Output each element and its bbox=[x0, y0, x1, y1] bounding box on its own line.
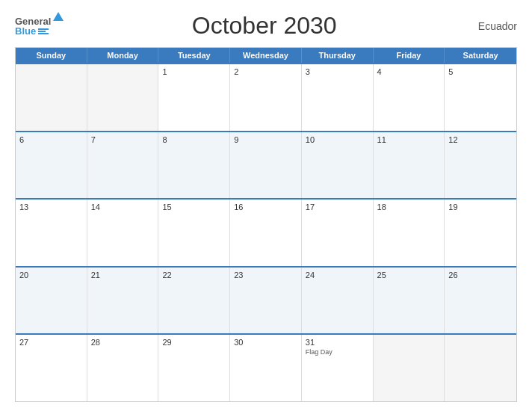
week-2: 6 7 8 9 10 11 12 bbox=[16, 131, 516, 199]
header-thursday: Thursday bbox=[302, 48, 374, 63]
cal-cell: 16 bbox=[230, 200, 302, 266]
cal-cell: 8 bbox=[158, 132, 230, 199]
header-saturday: Saturday bbox=[445, 48, 516, 63]
logo-blue: Blue bbox=[15, 26, 36, 36]
calendar-grid: Sunday Monday Tuesday Wednesday Thursday… bbox=[15, 47, 517, 402]
cal-cell: 17 bbox=[302, 200, 374, 266]
cal-cell: 30 bbox=[230, 335, 302, 401]
header: General Blue October 2030 Ecuador bbox=[15, 12, 517, 40]
cal-cell: 27 bbox=[16, 335, 87, 401]
calendar-header-row: Sunday Monday Tuesday Wednesday Thursday… bbox=[16, 48, 516, 63]
cal-cell bbox=[374, 335, 445, 401]
week-5: 27 28 29 30 31 Flag Day bbox=[16, 333, 516, 401]
cal-cell-31: 31 Flag Day bbox=[302, 335, 374, 401]
header-sunday: Sunday bbox=[16, 48, 87, 63]
logo-triangle-icon bbox=[53, 12, 64, 21]
cal-cell: 9 bbox=[230, 132, 302, 199]
cal-cell: 21 bbox=[87, 268, 159, 334]
cal-cell: 26 bbox=[445, 268, 516, 334]
cal-cell: 24 bbox=[302, 268, 374, 334]
cal-cell: 22 bbox=[158, 268, 230, 334]
cal-cell bbox=[16, 64, 87, 131]
cal-cell: 6 bbox=[16, 132, 87, 199]
cal-cell: 23 bbox=[230, 268, 302, 334]
cal-cell: 15 bbox=[158, 200, 230, 266]
header-monday: Monday bbox=[87, 48, 159, 63]
country-label: Ecuador bbox=[465, 20, 517, 32]
cal-cell: 3 bbox=[302, 64, 374, 131]
cal-cell: 14 bbox=[87, 200, 159, 266]
cal-cell: 29 bbox=[158, 335, 230, 401]
week-1: 1 2 3 4 5 bbox=[16, 63, 516, 131]
cal-cell: 19 bbox=[445, 200, 516, 266]
header-friday: Friday bbox=[374, 48, 445, 63]
cal-cell: 5 bbox=[445, 64, 516, 131]
cal-cell: 10 bbox=[302, 132, 374, 199]
cal-cell: 12 bbox=[445, 132, 516, 199]
cal-cell: 28 bbox=[87, 335, 159, 401]
calendar-title: October 2030 bbox=[64, 12, 465, 40]
week-3: 13 14 15 16 17 18 19 bbox=[16, 198, 516, 266]
cal-cell: 4 bbox=[374, 64, 445, 131]
header-wednesday: Wednesday bbox=[230, 48, 302, 63]
cal-cell bbox=[445, 335, 516, 401]
logo-general: General bbox=[15, 16, 51, 26]
calendar-body: 1 2 3 4 5 6 7 8 9 10 11 12 13 14 15 bbox=[16, 63, 516, 401]
week-4: 20 21 22 23 24 25 26 bbox=[16, 266, 516, 334]
cal-cell: 7 bbox=[87, 132, 159, 199]
logo: General Blue bbox=[15, 16, 64, 36]
cal-cell: 18 bbox=[374, 200, 445, 266]
cal-cell: 1 bbox=[158, 64, 230, 131]
header-tuesday: Tuesday bbox=[158, 48, 230, 63]
cal-cell: 11 bbox=[374, 132, 445, 199]
logo-lines-icon bbox=[38, 28, 49, 34]
cal-cell bbox=[87, 64, 159, 131]
cal-cell: 25 bbox=[374, 268, 445, 334]
cal-cell: 13 bbox=[16, 200, 87, 266]
cal-cell: 2 bbox=[230, 64, 302, 131]
flag-day-event: Flag Day bbox=[306, 348, 369, 356]
cal-cell: 20 bbox=[16, 268, 87, 334]
calendar-page: General Blue October 2030 Ecuador Sunday… bbox=[0, 0, 532, 411]
